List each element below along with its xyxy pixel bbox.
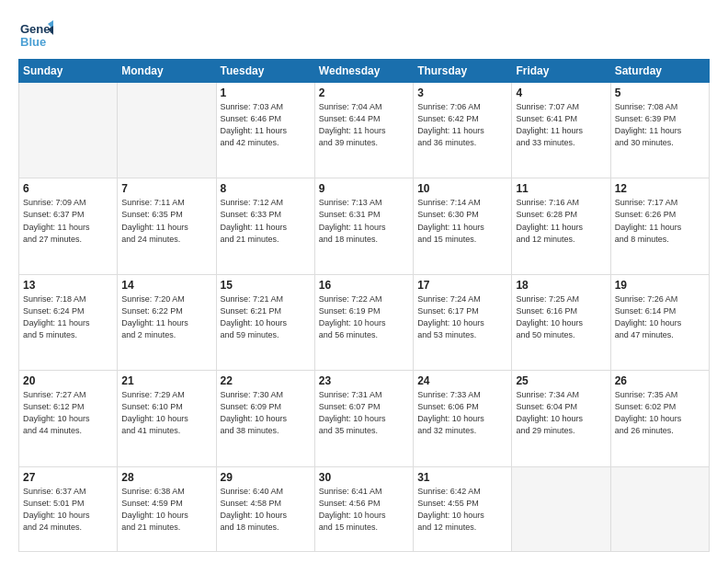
page: General Blue SundayMondayTuesdayWednesda… (0, 0, 728, 563)
calendar-cell: 6Sunrise: 7:09 AM Sunset: 6:37 PM Daylig… (19, 178, 118, 274)
day-info: Sunrise: 7:31 AM Sunset: 6:07 PM Dayligh… (319, 389, 409, 437)
calendar-cell: 13Sunrise: 7:18 AM Sunset: 6:24 PM Dayli… (19, 274, 118, 370)
calendar-cell: 3Sunrise: 7:06 AM Sunset: 6:42 PM Daylig… (414, 83, 512, 178)
weekday-header-thursday: Thursday (414, 60, 512, 83)
weekday-header-tuesday: Tuesday (216, 60, 314, 83)
calendar-cell: 22Sunrise: 7:30 AM Sunset: 6:09 PM Dayli… (216, 371, 314, 466)
day-number: 25 (516, 374, 606, 387)
day-number: 20 (23, 374, 113, 387)
day-number: 22 (221, 374, 311, 387)
calendar-cell: 16Sunrise: 7:22 AM Sunset: 6:19 PM Dayli… (314, 274, 413, 370)
day-info: Sunrise: 7:06 AM Sunset: 6:42 PM Dayligh… (417, 101, 507, 149)
header: General Blue (18, 17, 710, 52)
day-number: 23 (319, 374, 409, 387)
day-number: 10 (417, 182, 507, 195)
calendar-cell: 12Sunrise: 7:17 AM Sunset: 6:26 PM Dayli… (610, 178, 709, 274)
calendar-cell: 1Sunrise: 7:03 AM Sunset: 6:46 PM Daylig… (216, 83, 314, 178)
logo-icon: General Blue (18, 17, 53, 52)
calendar-cell: 26Sunrise: 7:35 AM Sunset: 6:02 PM Dayli… (610, 371, 709, 466)
day-number: 14 (121, 279, 211, 292)
day-number: 21 (121, 374, 211, 387)
svg-text:Blue: Blue (20, 35, 46, 49)
calendar-cell (118, 83, 216, 178)
calendar-cell (19, 83, 118, 178)
day-number: 15 (221, 279, 311, 292)
calendar-cell: 8Sunrise: 7:12 AM Sunset: 6:33 PM Daylig… (216, 178, 314, 274)
calendar-cell: 30Sunrise: 6:41 AM Sunset: 4:56 PM Dayli… (314, 466, 413, 551)
calendar-table: SundayMondayTuesdayWednesdayThursdayFrid… (18, 59, 710, 552)
calendar-cell: 24Sunrise: 7:33 AM Sunset: 6:06 PM Dayli… (414, 371, 512, 466)
day-info: Sunrise: 7:12 AM Sunset: 6:33 PM Dayligh… (221, 197, 311, 245)
calendar-cell: 5Sunrise: 7:08 AM Sunset: 6:39 PM Daylig… (610, 83, 709, 178)
day-number: 19 (615, 279, 705, 292)
day-number: 1 (221, 86, 311, 99)
day-info: Sunrise: 7:33 AM Sunset: 6:06 PM Dayligh… (417, 389, 507, 437)
day-info: Sunrise: 7:25 AM Sunset: 6:16 PM Dayligh… (516, 293, 606, 341)
day-number: 4 (516, 86, 606, 99)
day-info: Sunrise: 6:40 AM Sunset: 4:58 PM Dayligh… (221, 486, 311, 534)
day-info: Sunrise: 7:16 AM Sunset: 6:28 PM Dayligh… (516, 197, 606, 245)
day-info: Sunrise: 7:09 AM Sunset: 6:37 PM Dayligh… (23, 197, 113, 245)
calendar-cell: 21Sunrise: 7:29 AM Sunset: 6:10 PM Dayli… (118, 371, 216, 466)
calendar-cell: 10Sunrise: 7:14 AM Sunset: 6:30 PM Dayli… (414, 178, 512, 274)
calendar-cell: 25Sunrise: 7:34 AM Sunset: 6:04 PM Dayli… (512, 371, 610, 466)
day-number: 7 (121, 182, 211, 195)
weekday-header-monday: Monday (118, 60, 216, 83)
calendar-cell: 29Sunrise: 6:40 AM Sunset: 4:58 PM Dayli… (216, 466, 314, 551)
day-number: 8 (221, 182, 311, 195)
day-info: Sunrise: 7:11 AM Sunset: 6:35 PM Dayligh… (121, 197, 211, 245)
week-row-5: 27Sunrise: 6:37 AM Sunset: 5:01 PM Dayli… (19, 466, 710, 551)
day-info: Sunrise: 7:08 AM Sunset: 6:39 PM Dayligh… (615, 101, 705, 149)
day-number: 29 (221, 471, 311, 484)
week-row-1: 1Sunrise: 7:03 AM Sunset: 6:46 PM Daylig… (19, 83, 710, 178)
day-info: Sunrise: 7:29 AM Sunset: 6:10 PM Dayligh… (121, 389, 211, 437)
calendar-cell: 9Sunrise: 7:13 AM Sunset: 6:31 PM Daylig… (314, 178, 413, 274)
calendar-cell: 15Sunrise: 7:21 AM Sunset: 6:21 PM Dayli… (216, 274, 314, 370)
day-number: 24 (417, 374, 507, 387)
day-number: 16 (319, 279, 409, 292)
day-number: 17 (417, 279, 507, 292)
day-number: 12 (615, 182, 705, 195)
day-number: 26 (615, 374, 705, 387)
weekday-header-wednesday: Wednesday (314, 60, 413, 83)
weekday-header-sunday: Sunday (19, 60, 118, 83)
day-number: 3 (417, 86, 507, 99)
day-number: 27 (23, 471, 113, 484)
calendar-cell: 18Sunrise: 7:25 AM Sunset: 6:16 PM Dayli… (512, 274, 610, 370)
day-info: Sunrise: 7:21 AM Sunset: 6:21 PM Dayligh… (221, 293, 311, 341)
day-number: 30 (319, 471, 409, 484)
calendar-cell: 4Sunrise: 7:07 AM Sunset: 6:41 PM Daylig… (512, 83, 610, 178)
day-info: Sunrise: 7:22 AM Sunset: 6:19 PM Dayligh… (319, 293, 409, 341)
week-row-4: 20Sunrise: 7:27 AM Sunset: 6:12 PM Dayli… (19, 371, 710, 466)
calendar-cell: 28Sunrise: 6:38 AM Sunset: 4:59 PM Dayli… (118, 466, 216, 551)
week-row-3: 13Sunrise: 7:18 AM Sunset: 6:24 PM Dayli… (19, 274, 710, 370)
calendar-cell: 17Sunrise: 7:24 AM Sunset: 6:17 PM Dayli… (414, 274, 512, 370)
day-info: Sunrise: 7:26 AM Sunset: 6:14 PM Dayligh… (615, 293, 705, 341)
day-info: Sunrise: 6:41 AM Sunset: 4:56 PM Dayligh… (319, 486, 409, 534)
logo: General Blue (18, 17, 53, 52)
day-info: Sunrise: 7:14 AM Sunset: 6:30 PM Dayligh… (417, 197, 507, 245)
day-number: 11 (516, 182, 606, 195)
calendar-cell (610, 466, 709, 551)
day-number: 18 (516, 279, 606, 292)
calendar-cell (512, 466, 610, 551)
day-info: Sunrise: 7:13 AM Sunset: 6:31 PM Dayligh… (319, 197, 409, 245)
calendar-cell: 11Sunrise: 7:16 AM Sunset: 6:28 PM Dayli… (512, 178, 610, 274)
week-row-2: 6Sunrise: 7:09 AM Sunset: 6:37 PM Daylig… (19, 178, 710, 274)
calendar-cell: 27Sunrise: 6:37 AM Sunset: 5:01 PM Dayli… (19, 466, 118, 551)
day-number: 9 (319, 182, 409, 195)
day-info: Sunrise: 7:18 AM Sunset: 6:24 PM Dayligh… (23, 293, 113, 341)
day-number: 13 (23, 279, 113, 292)
day-info: Sunrise: 7:03 AM Sunset: 6:46 PM Dayligh… (221, 101, 311, 149)
day-info: Sunrise: 7:07 AM Sunset: 6:41 PM Dayligh… (516, 101, 606, 149)
day-number: 6 (23, 182, 113, 195)
weekday-header-friday: Friday (512, 60, 610, 83)
calendar-cell: 7Sunrise: 7:11 AM Sunset: 6:35 PM Daylig… (118, 178, 216, 274)
calendar-cell: 14Sunrise: 7:20 AM Sunset: 6:22 PM Dayli… (118, 274, 216, 370)
day-number: 5 (615, 86, 705, 99)
day-info: Sunrise: 6:37 AM Sunset: 5:01 PM Dayligh… (23, 486, 113, 534)
calendar-cell: 20Sunrise: 7:27 AM Sunset: 6:12 PM Dayli… (19, 371, 118, 466)
day-info: Sunrise: 7:24 AM Sunset: 6:17 PM Dayligh… (417, 293, 507, 341)
weekday-header-row: SundayMondayTuesdayWednesdayThursdayFrid… (19, 60, 710, 83)
day-info: Sunrise: 6:38 AM Sunset: 4:59 PM Dayligh… (121, 486, 211, 534)
